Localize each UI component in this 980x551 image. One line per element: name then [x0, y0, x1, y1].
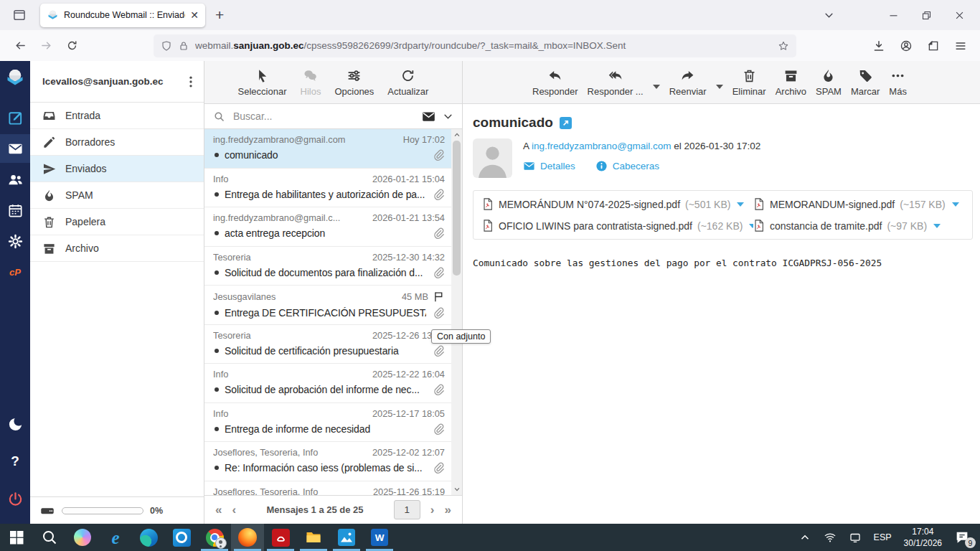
taskbar-photos-button[interactable] [330, 524, 363, 551]
taskbar-firefox-button[interactable] [231, 524, 264, 551]
new-tab-button[interactable]: + [215, 6, 224, 24]
message-list-item[interactable]: Info 2025-12-17 18:05 Entrega de informe… [204, 403, 462, 443]
downloads-icon[interactable] [872, 39, 885, 52]
account-icon[interactable] [900, 39, 913, 52]
scrollbar-thumb[interactable] [453, 141, 461, 276]
dark-mode-button[interactable] [0, 410, 30, 438]
list-toolbar-hilos-button[interactable]: Hilos [301, 68, 321, 97]
details-toggle[interactable]: Detalles [523, 160, 575, 172]
back-button[interactable] [9, 34, 32, 57]
address-bar[interactable]: webmail.sanjuan.gob.ec/cpsess9598262699/… [154, 34, 796, 57]
mail-toolbar-spam-button[interactable]: SPAM [816, 68, 842, 97]
message-list-item[interactable]: ing.freddyzambrano@gmail.com Hoy 17:02 c… [204, 129, 462, 169]
attachment-menu-caret-icon[interactable] [952, 202, 959, 207]
folder-item-archivo[interactable]: Archivo [30, 235, 204, 262]
next-page-button[interactable]: › [430, 504, 435, 516]
shield-icon[interactable] [161, 40, 172, 52]
prev-page-button[interactable]: ‹ [232, 504, 236, 516]
wifi-icon[interactable] [824, 531, 837, 544]
folder-item-enviados[interactable]: Enviados [30, 156, 204, 182]
open-in-new-window-icon[interactable] [560, 117, 572, 129]
language-indicator[interactable]: ESP [874, 532, 892, 542]
list-toolbar-seleccionar-button[interactable]: Seleccionar [238, 68, 287, 97]
attachment-item[interactable]: OFICIO LIWINS para contratista-signed.pd… [482, 219, 753, 232]
tab-close-icon[interactable]: ✕ [190, 10, 199, 20]
help-button[interactable]: ? [0, 447, 30, 476]
cast-icon[interactable] [849, 531, 862, 544]
search-options-chevron-icon[interactable] [443, 111, 453, 122]
taskbar-file-explorer-button[interactable] [297, 524, 330, 551]
message-list-item[interactable]: Info 2025-12-22 16:04 Solicitud de aprob… [204, 364, 462, 403]
message-list-scrollbar[interactable] [451, 129, 462, 495]
taskbar-edge-button[interactable] [132, 524, 165, 551]
message-list-item[interactable]: ing.freddyzambrano@gmail.c... 2026-01-21… [204, 207, 462, 247]
page-number-input[interactable]: 1 [394, 500, 420, 519]
clock[interactable]: 17:04 30/1/2026 [904, 526, 942, 549]
scroll-up-icon[interactable] [451, 130, 462, 140]
menu-hamburger-icon[interactable] [954, 39, 967, 52]
nav-cpanel-button[interactable]: cP [0, 258, 30, 286]
folder-item-papelera[interactable]: Papelera [30, 209, 204, 235]
lock-icon[interactable] [178, 40, 189, 52]
taskbar-acrobat-button[interactable] [264, 524, 297, 551]
taskbar-start-button[interactable] [0, 524, 33, 551]
notifications-button[interactable]: 9 [954, 529, 971, 545]
message-list-item[interactable]: Tesoreria 2025-12-30 14:32 Solicitud de … [204, 247, 462, 286]
nav-mail-button[interactable] [0, 134, 30, 163]
taskbar-word-button[interactable]: W [363, 524, 396, 551]
folder-item-spam[interactable]: SPAM [30, 182, 204, 209]
recipient-email-link[interactable]: ing.freddyzambrano@gmail.com [532, 141, 672, 151]
reload-button[interactable] [60, 34, 83, 57]
firefox-view-button[interactable] [9, 4, 30, 26]
last-page-button[interactable]: » [445, 504, 451, 516]
taskbar-chrome-button[interactable] [198, 524, 231, 551]
dropdown-caret-icon[interactable] [716, 85, 723, 89]
mail-toolbar-marcar-button[interactable]: Marcar [851, 68, 880, 97]
attachment-menu-caret-icon[interactable] [933, 224, 941, 228]
message-list-item[interactable]: Jesusgavilanes 45 MB Entrega DE CERTIFIC… [204, 286, 462, 325]
attachment-item[interactable]: MEMORÁNDUM N°074-2025-signed.pdf (~501 K… [482, 197, 753, 211]
taskbar-search-button[interactable] [33, 524, 66, 551]
taskbar-copilot-button[interactable] [66, 524, 99, 551]
mail-toolbar-responder-button[interactable]: Responder [532, 68, 578, 97]
account-menu-icon[interactable] [184, 75, 198, 89]
attachment-menu-caret-icon[interactable] [737, 202, 744, 207]
headers-toggle[interactable]: Cabeceras [595, 160, 659, 172]
mail-toolbar-responder-button[interactable]: Responder ... [588, 68, 644, 97]
scroll-down-icon[interactable] [451, 484, 462, 494]
list-toolbar-actualizar-button[interactable]: Actualizar [387, 68, 428, 97]
compose-button[interactable] [0, 103, 30, 132]
folder-item-borradores[interactable]: Borradores [30, 129, 204, 156]
taskbar-outlook-button[interactable] [165, 524, 198, 551]
nav-contacts-button[interactable] [0, 165, 30, 194]
message-list-item[interactable]: Info 2026-01-21 15:04 Entrega de habilit… [204, 169, 462, 208]
mail-toolbar-eliminar-button[interactable]: Eliminar [732, 68, 766, 97]
mail-toolbar-más-button[interactable]: Más [889, 68, 907, 97]
browser-tab[interactable]: Roundcube Webmail :: Enviados ✕ [40, 4, 205, 27]
search-scope-mail-icon[interactable] [421, 109, 436, 124]
mail-toolbar-reenviar-button[interactable]: Reenviar [669, 68, 707, 97]
attachment-item[interactable]: MEMORANDUM-signed.pdf (~157 KB) [753, 197, 963, 211]
search-input[interactable] [232, 110, 415, 123]
message-list-item[interactable]: Joseflores, Tesoreria, Info 2025-12-02 1… [204, 442, 462, 481]
nav-calendar-button[interactable] [0, 196, 30, 225]
tray-expand-icon[interactable] [798, 531, 811, 544]
folder-item-entrada[interactable]: Entrada [30, 103, 204, 129]
message-list-item[interactable]: Joseflores, Tesoreria, Info 2025-11-26 1… [204, 481, 462, 496]
first-page-button[interactable]: « [215, 504, 222, 516]
list-tabs-button[interactable] [812, 1, 845, 29]
dropdown-caret-icon[interactable] [653, 85, 660, 89]
window-close-button[interactable] [943, 1, 976, 29]
taskbar-internet-explorer-button[interactable]: e [99, 524, 132, 551]
extensions-icon[interactable] [927, 39, 940, 52]
mail-toolbar-archivo-button[interactable]: Archivo [776, 68, 806, 97]
attachment-item[interactable]: constancia de tramite.pdf (~97 KB) [753, 219, 963, 232]
bookmark-star-icon[interactable] [778, 40, 789, 52]
forward-button[interactable] [34, 34, 57, 57]
logout-button[interactable] [0, 484, 30, 513]
window-minimize-button[interactable] [877, 1, 910, 29]
nav-settings-button[interactable] [0, 227, 30, 255]
window-restore-button[interactable] [910, 1, 943, 29]
list-toolbar-opciones-button[interactable]: Opciones [334, 68, 374, 97]
message-list-item[interactable]: Tesoreria 2025-12-26 13:13 Solicitud de … [204, 325, 462, 364]
